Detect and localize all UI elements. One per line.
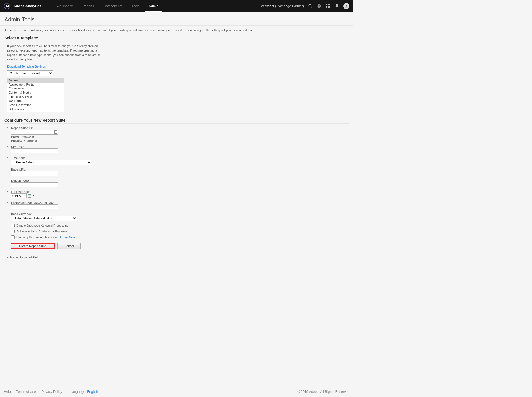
title-bar: Admin Tools: [0, 12, 353, 25]
base-url-input[interactable]: [11, 171, 58, 176]
template-mode-select[interactable]: Create from a Template: [7, 70, 53, 76]
svg-point-0: [309, 4, 311, 7]
page-views-label: Estimated Page Views Per Day:: [11, 201, 349, 204]
required-marker: *: [7, 156, 11, 165]
bell-icon[interactable]: [334, 4, 339, 9]
nav-components[interactable]: Components: [99, 0, 126, 12]
template-option[interactable]: Lead Generation: [7, 103, 64, 107]
page-views-input[interactable]: [11, 204, 58, 209]
go-live-date-label: Go Live Date:: [11, 190, 349, 193]
template-option[interactable]: Content & Media: [7, 91, 64, 95]
main-content: To create a new report suite, first sele…: [0, 26, 353, 264]
base-currency-select[interactable]: United States Dollars (USD): [11, 216, 77, 221]
nav-workspace[interactable]: Workspace: [52, 0, 77, 12]
main-nav: Workspace Reports Components Tools Admin: [52, 0, 162, 12]
time-zone-select[interactable]: - Please Select -: [11, 160, 91, 165]
learn-more-link[interactable]: Learn More: [60, 235, 76, 239]
default-page-input[interactable]: [11, 182, 58, 187]
info-icon[interactable]: i: [54, 130, 57, 134]
calendar-icon[interactable]: [28, 194, 32, 198]
intro-text: To create a new report suite, first sele…: [4, 29, 349, 32]
japanese-checkbox[interactable]: [11, 224, 15, 227]
time-zone-label: Time Zone:: [11, 156, 349, 160]
chevron-down-icon[interactable]: ▼: [33, 194, 35, 197]
base-url-label: Base URL:: [11, 168, 349, 171]
japanese-label: Enable Japanese Keyword Processing: [16, 224, 68, 227]
required-marker: *: [7, 201, 11, 209]
required-marker: *: [7, 126, 11, 142]
analytics-logo-icon: [4, 3, 10, 9]
template-option[interactable]: Job Portal: [7, 99, 64, 103]
site-title-label: Site Title:: [11, 145, 349, 148]
header-right: Stackchat (Exchange Partner) ?: [260, 3, 349, 9]
svg-text:?: ?: [318, 5, 320, 7]
template-help-text: If your new report suite will be similar…: [7, 44, 101, 62]
apps-icon[interactable]: [326, 4, 331, 9]
avatar-icon[interactable]: [343, 3, 349, 9]
create-report-suite-button[interactable]: Create Report Suite: [11, 243, 55, 249]
required-marker: *: [7, 145, 11, 153]
default-page-label: Default Page:: [11, 179, 349, 182]
brand-name: Adobe Analytics: [13, 4, 41, 8]
nav-reports[interactable]: Reports: [78, 0, 98, 12]
site-title-input[interactable]: [11, 148, 58, 153]
simplified-label: Use simplified navigation menu: [16, 235, 58, 239]
svg-point-4: [346, 5, 347, 6]
template-option[interactable]: Support Media: [7, 111, 64, 112]
template-option-default[interactable]: Default: [7, 78, 64, 83]
template-option[interactable]: Financial Services: [7, 95, 64, 99]
report-suite-id-label: Report Suite ID:: [11, 126, 349, 130]
configure-section-header: Configure Your New Report Suite: [4, 118, 349, 124]
search-icon[interactable]: [308, 4, 313, 9]
top-header: Adobe Analytics Workspace Reports Compon…: [0, 0, 353, 12]
logo-area: Adobe Analytics: [4, 3, 41, 9]
nav-tools[interactable]: Tools: [128, 0, 143, 12]
prefix-line: Prefix: Stackchat: [11, 135, 349, 139]
svg-rect-6: [28, 194, 31, 195]
preview-line: Preview: Stackchat: [11, 139, 349, 142]
partner-label: Stackchat (Exchange Partner): [260, 4, 304, 8]
template-listbox[interactable]: Default Aggregator / Portal Commerce Con…: [7, 78, 64, 112]
page-title: Admin Tools: [4, 16, 349, 23]
cancel-button[interactable]: Cancel: [57, 243, 81, 249]
template-section-header: Select a Template:: [4, 36, 349, 41]
go-live-date-input[interactable]: [11, 193, 27, 198]
template-option[interactable]: Commerce: [7, 86, 64, 91]
template-option[interactable]: Aggregator / Portal: [7, 83, 64, 87]
simplified-checkbox[interactable]: [11, 235, 15, 239]
required-note: * Indicates Required Field: [4, 256, 349, 259]
adhoc-label: Activate Ad Hoc Analysis for this suite: [16, 230, 67, 233]
svg-line-1: [311, 7, 312, 7]
adhoc-checkbox[interactable]: [11, 230, 15, 233]
base-currency-label: Base Currency:: [11, 212, 349, 216]
report-suite-id-input[interactable]: [11, 130, 58, 135]
nav-admin[interactable]: Admin: [145, 0, 162, 12]
required-marker: *: [7, 190, 11, 198]
template-option[interactable]: Subscription: [7, 107, 64, 111]
help-icon[interactable]: ?: [317, 4, 322, 9]
download-template-link[interactable]: Download Template Settings: [7, 65, 46, 68]
